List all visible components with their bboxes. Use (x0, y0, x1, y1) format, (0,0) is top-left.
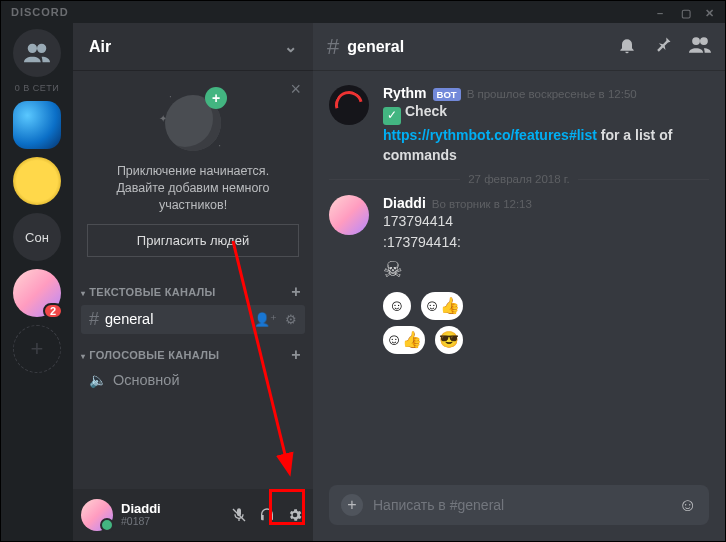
app-brand: DISCORD (11, 6, 69, 18)
guild-item[interactable]: Сон (13, 213, 61, 261)
headphones-icon (259, 507, 275, 523)
invite-panel: × ✦ · · + Приключение начинается. Давайт… (73, 71, 313, 271)
emoji-row: ☺ ☺👍 (383, 292, 709, 320)
avatar[interactable] (329, 85, 369, 125)
message-author[interactable]: Rythm (383, 85, 427, 101)
user-panel: Diaddi #0187 (73, 489, 313, 541)
input-placeholder: Написать в #general (373, 497, 504, 513)
pinned-messages-button[interactable] (653, 35, 673, 59)
message-author[interactable]: Diaddi (383, 195, 426, 211)
main-area: 0 В СЕТИ Сон + Air ⌄ × ✦ · · + (1, 23, 725, 541)
text-channels-category[interactable]: ▾ТЕКСТОВЫЕ КАНАЛЫ + (73, 271, 313, 305)
gear-icon (287, 507, 303, 523)
pin-icon (653, 35, 673, 55)
add-attachment-button[interactable]: + (341, 494, 363, 516)
voice-channel-item[interactable]: 🔈 Основной (81, 368, 305, 393)
date-divider: 27 февраля 2018 г. (329, 173, 709, 185)
voice-channels-category[interactable]: ▾ГОЛОСОВЫЕ КАНАЛЫ + (73, 334, 313, 368)
message-content: 173794414 :173794414: ☠︎ ☺ ☺👍 ☺👍 😎 (383, 211, 709, 353)
user-info: Diaddi #0187 (121, 502, 161, 528)
message-timestamp: Во вторник в 12:13 (432, 198, 532, 210)
channel-title: general (347, 38, 404, 56)
emoji: ☺👍 (383, 326, 425, 354)
user-settings-button[interactable] (285, 505, 305, 525)
guild-item[interactable] (13, 101, 61, 149)
server-name: Air (89, 38, 111, 56)
maximize-button[interactable]: ▢ (681, 7, 691, 17)
user-avatar[interactable] (81, 499, 113, 531)
chat-area: # general (313, 23, 725, 541)
add-channel-button[interactable]: + (291, 283, 301, 301)
hash-icon: # (89, 309, 99, 330)
user-name: Diaddi (121, 502, 161, 516)
create-invite-icon[interactable]: 👤⁺ (254, 312, 277, 327)
channel-sidebar: Air ⌄ × ✦ · · + Приключение начинается. … (73, 23, 313, 541)
friends-icon (24, 43, 50, 63)
mute-mic-button[interactable] (229, 505, 249, 525)
chevron-down-icon: ▾ (81, 352, 85, 361)
message-input-area: + Написать в #general ☺ (313, 485, 725, 541)
message: Diaddi Во вторник в 12:13 173794414 :173… (329, 195, 709, 353)
channel-name: Основной (113, 372, 179, 388)
add-channel-button[interactable]: + (291, 346, 301, 364)
chevron-down-icon: ⌄ (284, 37, 297, 56)
hash-icon: # (327, 34, 339, 60)
text-channel-item[interactable]: # general 👤⁺ ⚙ (81, 305, 305, 334)
invite-text: Приключение начинается. Давайте добавим … (87, 163, 299, 214)
emoji: ☺👍 (421, 292, 463, 320)
app-window: DISCORD – ▢ ✕ 0 В СЕТИ Сон + Air ⌄ (0, 0, 726, 542)
chevron-down-icon: ▾ (81, 289, 85, 298)
bot-tag: BOT (433, 88, 461, 101)
close-button[interactable]: ✕ (705, 7, 715, 17)
emoji: ☺ (383, 292, 411, 320)
message-content: ✓Check https://rythmbot.co/features#list… (383, 101, 709, 165)
custom-emoji: ☠︎ (383, 254, 709, 286)
emoji-picker-button[interactable]: ☺ (679, 495, 697, 516)
user-discriminator: #0187 (121, 516, 161, 528)
guild-list: 0 В СЕТИ Сон + (1, 23, 73, 541)
minimize-button[interactable]: – (657, 7, 667, 17)
notifications-button[interactable] (617, 35, 637, 59)
close-icon[interactable]: × (290, 79, 301, 100)
check-icon: ✓ (383, 107, 401, 125)
category-label: ТЕКСТОВЫЕ КАНАЛЫ (89, 286, 215, 298)
home-button[interactable] (13, 29, 61, 77)
guild-item[interactable] (13, 157, 61, 205)
online-count-label: 0 В СЕТИ (15, 83, 59, 93)
bell-icon (617, 35, 637, 55)
guild-item[interactable] (13, 269, 61, 317)
invite-illustration: ✦ · · + (159, 87, 227, 155)
channel-settings-icon[interactable]: ⚙ (285, 312, 297, 327)
plus-badge-icon: + (205, 87, 227, 109)
invite-people-button[interactable]: Пригласить людей (87, 224, 299, 257)
window-controls: – ▢ ✕ (657, 7, 715, 17)
member-list-button[interactable] (689, 35, 711, 59)
message: Rythm BOT В прошлое воскресенье в 12:50 … (329, 85, 709, 165)
members-icon (689, 35, 711, 55)
category-label: ГОЛОСОВЫЕ КАНАЛЫ (89, 349, 219, 361)
add-server-button[interactable]: + (13, 325, 61, 373)
message-input[interactable]: + Написать в #general ☺ (329, 485, 709, 525)
emoji-row: ☺👍 😎 (383, 326, 709, 354)
chat-header: # general (313, 23, 725, 71)
channel-name: general (105, 311, 153, 327)
server-header[interactable]: Air ⌄ (73, 23, 313, 71)
deafen-button[interactable] (257, 505, 277, 525)
message-list: Rythm BOT В прошлое воскресенье в 12:50 … (313, 71, 725, 485)
speaker-icon: 🔈 (89, 372, 107, 389)
message-timestamp: В прошлое воскресенье в 12:50 (467, 88, 637, 100)
mic-icon (231, 507, 247, 523)
emoji: 😎 (435, 326, 463, 354)
titlebar: DISCORD – ▢ ✕ (1, 1, 725, 23)
link[interactable]: https://rythmbot.co/features#list (383, 127, 597, 143)
avatar[interactable] (329, 195, 369, 235)
